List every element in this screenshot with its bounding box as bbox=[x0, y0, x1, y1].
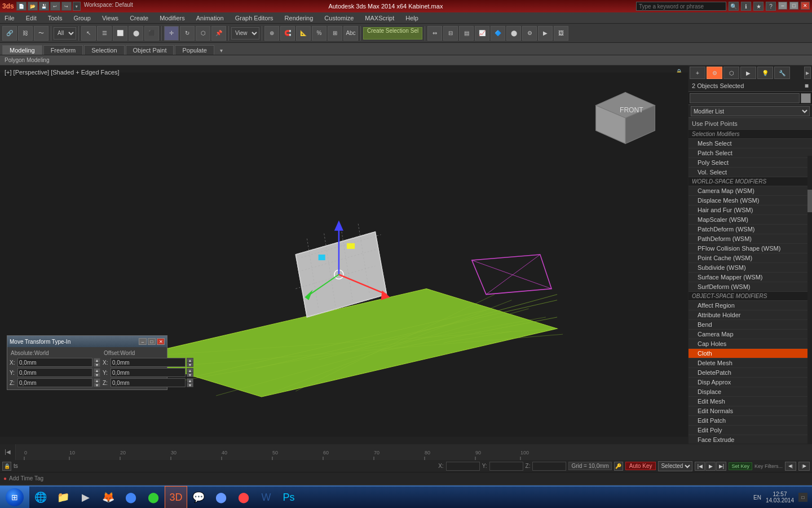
ribbon-tab-object-paint[interactable]: Object Paint bbox=[126, 45, 174, 55]
select-by-name-btn[interactable]: ☰ bbox=[97, 26, 112, 41]
modifier-item-attribute-holder[interactable]: Attribute Holder bbox=[689, 310, 812, 320]
ribbon-tab-selection[interactable]: Selection bbox=[84, 45, 124, 55]
select-and-rotate-btn[interactable]: ↻ bbox=[180, 26, 195, 41]
modifier-item-camera-map[interactable]: Camera Map bbox=[689, 330, 812, 339]
panel-toggle-btn[interactable]: ▶ bbox=[804, 67, 811, 79]
prev-key-btn[interactable]: ◀| bbox=[785, 462, 796, 471]
modifier-item-deletepatch[interactable]: DeletePatch bbox=[689, 368, 812, 378]
align-btn[interactable]: ⊟ bbox=[443, 26, 458, 41]
taskbar-photoshop[interactable]: Ps bbox=[277, 486, 300, 508]
modifier-item-face-extrude[interactable]: Face Extrude bbox=[689, 435, 812, 444]
modifier-item-affect-region[interactable]: Affect Region bbox=[689, 301, 812, 310]
select-and-move-btn[interactable]: ✛ bbox=[164, 26, 179, 41]
use-pivot-points[interactable]: Use Pivot Points bbox=[689, 118, 812, 130]
redo-btn[interactable]: ↪ bbox=[61, 2, 72, 11]
viewport-3d[interactable]: [+] [Perspective] [Shaded + Edged Faces]… bbox=[0, 65, 688, 444]
modifier-item-displace-mesh-wsm[interactable]: Displace Mesh (WSM) bbox=[689, 196, 812, 205]
taskbar-skype[interactable]: 💬 bbox=[187, 486, 210, 508]
modifier-item-camera-map-wsm[interactable]: Camera Map (WSM) bbox=[689, 186, 812, 196]
modifier-item-surface-mapper-wsm[interactable]: Surface Mapper (WSM) bbox=[689, 273, 812, 282]
transform-minimize-btn[interactable]: – bbox=[139, 338, 147, 345]
modifier-item-edit-patch[interactable]: Edit Patch bbox=[689, 416, 812, 426]
rectangular-select-btn[interactable]: ⬜ bbox=[113, 26, 127, 41]
render-production-btn[interactable]: ▶ bbox=[538, 26, 553, 41]
modifier-item-subdivide-wsm[interactable]: Subdivide (WSM) bbox=[689, 263, 812, 273]
open-file-btn[interactable]: 📂 bbox=[28, 2, 38, 11]
create-tab[interactable]: + bbox=[690, 67, 705, 79]
save-file-btn[interactable]: 💾 bbox=[39, 2, 49, 11]
menu-animation[interactable]: Animation bbox=[194, 15, 226, 21]
taskbar-explorer[interactable]: 🌐 bbox=[29, 486, 52, 508]
modifier-item-patchdeform-wsm[interactable]: PatchDeform (WSM) bbox=[689, 225, 812, 234]
auto-key-btn[interactable]: Auto Key bbox=[625, 462, 656, 470]
modifier-item-delete-mesh[interactable]: Delete Mesh bbox=[689, 358, 812, 368]
curve-editor-btn[interactable]: 📈 bbox=[475, 26, 489, 41]
render-setup-btn[interactable]: ⚙ bbox=[522, 26, 537, 41]
menu-views[interactable]: Views bbox=[100, 15, 121, 21]
modifier-item-bend[interactable]: Bend bbox=[689, 320, 812, 330]
modifier-item-cap-holes[interactable]: Cap Holes bbox=[689, 339, 812, 349]
x-abs-spin-up[interactable]: ▲ bbox=[94, 358, 100, 362]
modifier-scrollbar-thumb[interactable] bbox=[807, 190, 812, 212]
taskbar-app1[interactable]: ⬤ bbox=[142, 486, 165, 508]
ribbon-tab-populate[interactable]: Populate bbox=[175, 45, 214, 55]
modifier-item-edit-normals[interactable]: Edit Normals bbox=[689, 406, 812, 416]
next-frame-btn[interactable]: ▶| bbox=[716, 462, 726, 471]
lock-btn[interactable]: 🔒 bbox=[2, 462, 11, 471]
ribbon-collapse-btn[interactable]: ▾ bbox=[215, 46, 227, 55]
x-off-spin-down[interactable]: ▼ bbox=[187, 362, 193, 367]
taskbar-chrome[interactable]: ⬤ bbox=[120, 486, 142, 508]
modifier-scrollbar[interactable] bbox=[807, 156, 812, 444]
modifier-item-pathdeform-wsm[interactable]: PathDeform (WSM) bbox=[689, 234, 812, 244]
y-off-input[interactable] bbox=[111, 368, 186, 377]
snap-toggle-btn[interactable]: 🧲 bbox=[280, 26, 295, 41]
timeline-track[interactable]: 0 10 20 30 40 50 60 70 80 90 1 bbox=[16, 444, 812, 460]
hierarchy-tab[interactable]: ⬡ bbox=[723, 67, 739, 79]
modifier-item-patch-select[interactable]: Patch Select bbox=[689, 148, 812, 158]
menu-create[interactable]: Create bbox=[127, 15, 151, 21]
timeline-start-btn[interactable]: |◀ bbox=[0, 444, 16, 460]
menu-file[interactable]: File bbox=[2, 15, 17, 21]
render-frame-window-btn[interactable]: 🖼 bbox=[554, 26, 568, 41]
percent-snap-btn[interactable]: % bbox=[312, 26, 326, 41]
taskbar-folder[interactable]: 📁 bbox=[52, 486, 74, 508]
menu-customize[interactable]: Customize bbox=[322, 15, 356, 21]
modifier-item-disp-approx[interactable]: Disp Approx bbox=[689, 378, 812, 387]
x-coord-input[interactable] bbox=[446, 462, 480, 471]
x-abs-spin-down[interactable]: ▼ bbox=[94, 362, 100, 367]
undo-btn[interactable]: ↩ bbox=[50, 2, 60, 11]
modifier-item-cloth[interactable]: Cloth bbox=[689, 349, 812, 358]
menu-group[interactable]: Group bbox=[71, 15, 93, 21]
angle-snap-btn[interactable]: 📐 bbox=[296, 26, 311, 41]
taskbar-firefox[interactable]: 🦊 bbox=[97, 486, 120, 508]
motion-tab[interactable]: ▶ bbox=[740, 67, 756, 79]
modifier-item-edit-poly[interactable]: Edit Poly bbox=[689, 426, 812, 435]
bind-to-space-warp-btn[interactable]: 〜 bbox=[34, 26, 48, 41]
y-coord-input[interactable] bbox=[489, 462, 523, 471]
spinner-snap-btn[interactable]: ⊞ bbox=[328, 26, 342, 41]
z-abs-spin-up[interactable]: ▲ bbox=[94, 378, 100, 383]
modifier-item-hair-and-fur-wsm[interactable]: Hair and Fur (WSM) bbox=[689, 205, 812, 215]
taskbar-app3[interactable]: ⬤ bbox=[232, 486, 255, 508]
y-off-spin-up[interactable]: ▲ bbox=[187, 368, 193, 373]
workspace-dropdown[interactable]: ▼ bbox=[73, 2, 81, 11]
create-selection-set-btn[interactable]: Create Selection Sel bbox=[363, 27, 422, 40]
lasso-select-btn[interactable]: ⬤ bbox=[129, 26, 143, 41]
question-btn[interactable]: ? bbox=[766, 2, 776, 11]
set-key-btn[interactable]: Set Key bbox=[729, 462, 752, 470]
key-filters-btn[interactable]: Key Filters... bbox=[754, 463, 783, 469]
object-color-box[interactable] bbox=[801, 93, 811, 103]
z-off-input[interactable] bbox=[111, 378, 186, 387]
x-off-input[interactable] bbox=[111, 358, 186, 367]
info-btn[interactable]: ℹ bbox=[741, 2, 751, 11]
close-btn[interactable]: ✕ bbox=[801, 2, 810, 10]
x-abs-input[interactable] bbox=[17, 358, 92, 367]
modifier-item-mapscaler-wsm[interactable]: MapScaler (WSM) bbox=[689, 215, 812, 225]
color-swatch[interactable]: ■ bbox=[805, 82, 809, 90]
menu-rendering[interactable]: Rendering bbox=[283, 15, 316, 21]
select-object-btn[interactable]: ↖ bbox=[81, 26, 96, 41]
show-desktop-btn[interactable]: □ bbox=[798, 493, 807, 502]
select-and-link-btn[interactable]: 🔗 bbox=[2, 26, 17, 41]
schematic-view-btn[interactable]: 🔷 bbox=[491, 26, 505, 41]
modifier-list[interactable]: Selection ModifiersMesh SelectPatch Sele… bbox=[689, 130, 812, 444]
